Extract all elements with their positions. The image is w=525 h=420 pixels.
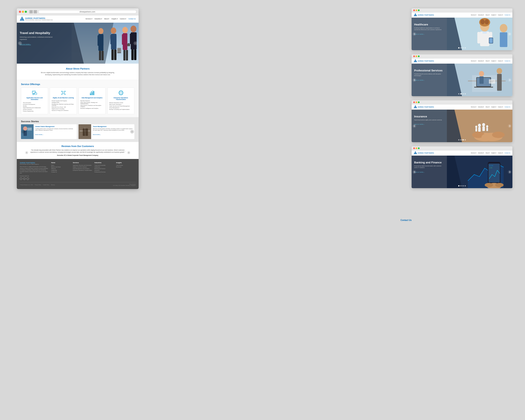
contact-us-label[interactable]: Contact Us — [401, 219, 412, 221]
bank-nav-services[interactable]: Services ▾ — [471, 152, 476, 153]
stories-next[interactable]: › — [130, 130, 134, 134]
footer-cookie[interactable]: Cookie Policy — [43, 184, 49, 186]
ps-nav-industries[interactable]: Industries ▾ — [478, 60, 484, 62]
ins-nav-services[interactable]: Services ▾ — [471, 106, 476, 108]
ins-close[interactable] — [413, 102, 415, 103]
footer-link-professional[interactable]: Professional Services — [94, 171, 114, 173]
bank-dot-3[interactable] — [462, 185, 464, 187]
ins-dot-1[interactable] — [458, 139, 459, 140]
nav-services[interactable]: Services ▾ — [85, 18, 92, 20]
hc-dot-4[interactable] — [465, 47, 466, 48]
hc-nav-insights[interactable]: Insights ▾ — [491, 14, 496, 16]
logo[interactable]: S SHREE PARTNERS PROFESSIONAL SERVICES T… — [20, 17, 53, 21]
bank-nav-about[interactable]: About ▾ — [486, 152, 489, 153]
hc-dot-1[interactable] — [458, 47, 459, 48]
ps-nav-about[interactable]: About ▾ — [486, 60, 489, 62]
footer-link-banking[interactable]: Banking and Finance — [94, 168, 114, 169]
ins-nav-insights[interactable]: Insights ▾ — [491, 106, 496, 108]
hc-nav-careers[interactable]: Careers ▾ — [498, 14, 503, 16]
footer-link-case-studies[interactable]: Case Studies — [116, 165, 136, 166]
nav-industries[interactable]: Industries ▾ — [94, 18, 102, 20]
hc-dot-2[interactable] — [460, 47, 462, 48]
bank-minimize[interactable] — [416, 147, 417, 149]
bank-dot-1[interactable] — [458, 185, 459, 187]
hero-next-arrow[interactable]: › — [133, 41, 137, 45]
footer-link-app-services[interactable]: Application Services and Automation — [73, 165, 92, 166]
bank-next[interactable]: ❯ — [508, 170, 511, 174]
ps-nav-careers[interactable]: Careers ▾ — [498, 60, 503, 62]
ps-nav-services[interactable]: Services ▾ — [471, 60, 476, 62]
ps-close[interactable] — [413, 56, 415, 57]
ins-nav-contact[interactable]: Contact Us — [505, 106, 510, 108]
hc-nav-contact[interactable]: Contact Us — [505, 14, 510, 16]
footer-link-mission[interactable]: Mission and Vision — [51, 166, 71, 168]
bank-close[interactable] — [413, 147, 415, 149]
close-button[interactable] — [19, 11, 21, 13]
hc-minimize[interactable] — [416, 9, 417, 11]
ps-dot-4[interactable] — [465, 93, 466, 94]
maximize-button[interactable] — [25, 11, 27, 13]
ps-prev[interactable]: ❮ — [413, 78, 416, 82]
footer-link-leadership[interactable]: Leadership — [51, 170, 71, 171]
twitter-icon[interactable]: t — [27, 177, 29, 180]
facebook-icon[interactable]: f — [20, 177, 22, 180]
bank-dot-2[interactable] — [460, 185, 462, 187]
footer-link-brochures[interactable]: Brochures — [116, 166, 136, 168]
review-next[interactable]: › — [127, 151, 130, 154]
minimize-button[interactable] — [22, 11, 24, 13]
ps-nav-insights[interactable]: Insights ▾ — [491, 60, 496, 62]
ins-nav-industries[interactable]: Industries ▾ — [478, 106, 484, 108]
hc-nav-services[interactable]: Services ▾ — [471, 14, 476, 16]
footer-link-insurance[interactable]: Insurance — [94, 170, 114, 171]
bank-maximize[interactable] — [418, 147, 420, 149]
footer-sitemap[interactable]: Sitemap — [51, 184, 55, 186]
ins-minimize[interactable] — [416, 102, 417, 103]
hc-next[interactable]: ❯ — [508, 32, 511, 36]
footer-link-travel[interactable]: Travel and Hospitality — [94, 165, 114, 166]
bank-dot-4[interactable] — [465, 185, 466, 187]
ins-prev[interactable]: ❮ — [413, 124, 416, 128]
hc-prev[interactable]: ❮ — [413, 32, 416, 36]
story-link-claims[interactable]: READ MORE » — [35, 134, 43, 135]
footer-link-contact[interactable]: Contact Us — [51, 171, 71, 173]
footer-privacy[interactable]: Privacy Policy — [35, 184, 41, 186]
review-prev[interactable]: ‹ — [25, 151, 28, 154]
ps-dot-2[interactable] — [460, 93, 462, 94]
ins-dot-3[interactable] — [462, 139, 464, 140]
ps-dot-3[interactable] — [462, 93, 464, 94]
ins-next[interactable]: ❯ — [508, 124, 511, 128]
hc-close[interactable] — [413, 9, 415, 11]
ps-nav-contact[interactable]: Contact Us — [505, 60, 510, 62]
ps-minimize[interactable] — [416, 56, 417, 57]
hc-nav-about[interactable]: About ▾ — [486, 14, 489, 16]
ps-next[interactable]: ❯ — [508, 78, 511, 82]
bank-nav-careers[interactable]: Careers ▾ — [498, 152, 503, 153]
ins-maximize[interactable] — [418, 102, 420, 103]
footer-link-healthcare[interactable]: Healthcare — [94, 166, 114, 168]
ps-dot-1[interactable] — [458, 93, 459, 94]
footer-link-enterprise[interactable]: Enterprise Operations Transformation — [73, 170, 92, 171]
stories-prev[interactable]: ‹ — [21, 130, 25, 134]
forward-button[interactable]: › — [34, 10, 37, 13]
ins-nav-careers[interactable]: Careers ▾ — [498, 106, 503, 108]
hc-maximize[interactable] — [418, 9, 420, 11]
hc-nav-industries[interactable]: Industries ▾ — [478, 14, 484, 16]
ins-dot-4[interactable] — [465, 139, 466, 140]
footer-link-alliances[interactable]: Alliances — [51, 168, 71, 169]
footer-link-digital-ai[interactable]: Digital, AI and ML Solutions — [73, 166, 92, 168]
nav-insights[interactable]: Insights ▾ — [111, 18, 118, 20]
bank-nav-insights[interactable]: Insights ▾ — [491, 152, 496, 153]
bank-nav-contact[interactable]: Contact Us — [505, 152, 510, 153]
footer-link-about[interactable]: About — [51, 165, 71, 166]
nav-about[interactable]: About ▾ — [104, 18, 109, 20]
ps-maximize[interactable] — [418, 56, 420, 57]
ins-dot-2[interactable] — [460, 139, 462, 140]
nav-contact[interactable]: Contact Us — [128, 18, 136, 20]
linkedin-icon[interactable]: in — [23, 177, 26, 180]
story-link-travel[interactable]: READ MORE » — [93, 134, 101, 135]
bank-prev[interactable]: ❮ — [413, 170, 416, 174]
hero-prev-arrow[interactable]: ‹ — [18, 41, 22, 45]
ins-nav-about[interactable]: About ▾ — [486, 106, 489, 108]
url-bar[interactable]: shreepartners.com — [38, 10, 137, 13]
hc-dot-3[interactable] — [462, 47, 464, 48]
